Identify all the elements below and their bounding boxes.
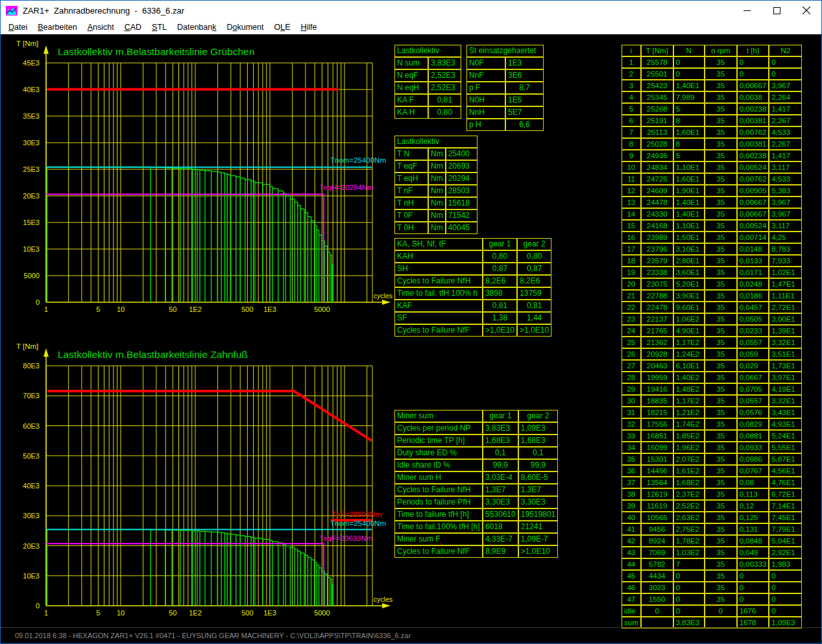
svg-text:TeqF=20693Nm: TeqF=20693Nm <box>319 534 372 542</box>
table-row: 7251131,60E1350,007624,533 <box>622 126 802 138</box>
cell: 7,989 <box>673 91 705 103</box>
cell: N eqF <box>394 69 428 82</box>
svg-text:TnF=28503Nm: TnF=28503Nm <box>332 510 381 518</box>
table-row: 27204636,10E1350,0291,73E1 <box>622 360 802 372</box>
maximize-button[interactable] <box>762 1 792 20</box>
table-row: T 0FNm71542 <box>394 209 477 222</box>
cell: 5,55E1 <box>769 442 802 453</box>
cell: 0,0148 <box>737 243 769 255</box>
svg-text:5: 5 <box>96 609 100 617</box>
cell: 21362 <box>641 337 673 348</box>
cell: 5,87E1 <box>769 453 802 465</box>
cell: 2 <box>622 68 641 80</box>
cell: 1,10E1 <box>673 220 705 232</box>
cell: 0,0705 <box>737 383 769 395</box>
cell: 11 <box>622 173 641 185</box>
table-row: 5252685350,002381,417 <box>622 103 802 115</box>
cell: 0,0767 <box>737 465 769 477</box>
cell: 20 <box>622 278 641 290</box>
cell: 1,78E2 <box>673 535 705 547</box>
table-row: p H6,6 <box>466 119 544 131</box>
table-row: N0H1E5 <box>466 94 544 106</box>
menu-item-datenbank[interactable]: Datenbank <box>172 21 221 33</box>
table-row: 38126192,37E2350,1136,72E1 <box>622 488 802 500</box>
cell: 35 <box>705 243 737 255</box>
menu-item-datei[interactable]: Datei <box>3 21 32 33</box>
cell: 28 <box>622 372 641 383</box>
cell: gear 2 <box>518 410 558 422</box>
table-row: idle00016760 <box>622 605 802 617</box>
cell: 35 <box>705 477 737 488</box>
cell: 0,0557 <box>737 395 769 407</box>
cell: N0F <box>466 57 505 69</box>
svg-text:1: 1 <box>44 305 48 313</box>
cell: Time to failure tfH [h] <box>394 508 483 521</box>
cell: 3,60E1 <box>673 267 705 278</box>
cell: Lastkollektiv <box>394 136 477 148</box>
cell: 9 <box>622 150 641 161</box>
cell: 1E5 <box>505 94 544 106</box>
table-row: p F8,7 <box>466 82 544 94</box>
cell: 0,00905 <box>737 185 769 197</box>
svg-text:10E3: 10E3 <box>23 245 40 253</box>
menu-item-hilfe[interactable]: Hilfe <box>295 21 322 33</box>
cell: 9456 <box>641 523 673 535</box>
table-miner-sum-grid: Miner sumgear 1gear 2Cycles per period N… <box>394 410 558 558</box>
cell: n rpm <box>705 45 737 56</box>
cell: Time to fail.100% tfH [h] <box>394 521 483 533</box>
cell: 4 <box>622 91 641 103</box>
cell: 1,417 <box>769 150 802 161</box>
table-row: 33168511,85E2350,08815,24E1 <box>622 430 802 442</box>
close-button[interactable] <box>792 1 821 20</box>
cell: 3,967 <box>769 208 802 220</box>
cell: 1,21E2 <box>673 407 705 418</box>
table-row: 12557803500 <box>622 56 802 68</box>
cell: 35 <box>705 173 737 185</box>
cell: 0,00524 <box>737 161 769 173</box>
cell: 3,03E-4 <box>483 471 518 484</box>
cell: 2,72E1 <box>769 302 802 313</box>
cell: T nH <box>394 197 428 209</box>
menu-item-ole[interactable]: OLE <box>269 21 295 33</box>
cell: i <box>622 45 641 56</box>
cell: 35 <box>705 267 737 278</box>
cell: SF <box>394 312 483 324</box>
table-row: 8250288350,003812,267 <box>622 138 802 150</box>
cell: 35 <box>705 558 737 570</box>
table-row: Lastkollektiv <box>394 45 461 57</box>
cell: 7,79E1 <box>769 523 802 535</box>
cell: 99,9 <box>483 459 518 471</box>
table-row: 39116192,52E2350,127,14E1 <box>622 500 802 512</box>
cell: 3 <box>622 80 641 91</box>
cell: gear 2 <box>517 238 551 250</box>
menu-item-ansicht[interactable]: Ansicht <box>82 21 119 33</box>
menu-item-dokument[interactable]: Dokument <box>221 21 269 33</box>
cell: 47 <box>622 593 641 605</box>
cell: 0 <box>673 593 705 605</box>
table-load-spectrum: iT [Nm]Nn rpmt [h]N212557803500225501035… <box>622 45 802 628</box>
cell: 3,00E1 <box>769 313 802 325</box>
cell: 5782 <box>641 558 673 570</box>
svg-text:1: 1 <box>44 609 48 617</box>
cell: 23338 <box>641 267 673 278</box>
cell: 35 <box>705 290 737 302</box>
cell: 0 <box>769 570 802 582</box>
cell: 4434 <box>641 570 673 582</box>
table-row: KA H0,80 <box>394 106 461 119</box>
menu-item-bearbeiten[interactable]: Bearbeiten <box>32 21 82 33</box>
cell: 0,08 <box>737 477 769 488</box>
cell: 35 <box>705 593 737 605</box>
cell: 21 <box>622 290 641 302</box>
menu-item-cad[interactable]: CAD <box>119 21 147 33</box>
cell: 0,00381 <box>737 115 769 126</box>
cell: 19 <box>622 267 641 278</box>
table-row: N0F1E3 <box>466 57 544 69</box>
table-row: Time to fail.100% tfH [h]601821241 <box>394 521 558 533</box>
cell: N2 <box>769 45 802 56</box>
cell: 0 <box>673 570 705 582</box>
cell: 0,059 <box>737 348 769 360</box>
minimize-button[interactable] <box>732 1 762 20</box>
cell: 0,0457 <box>737 302 769 313</box>
menu-item-stl[interactable]: STL <box>147 21 172 33</box>
cell: 26 <box>622 348 641 360</box>
